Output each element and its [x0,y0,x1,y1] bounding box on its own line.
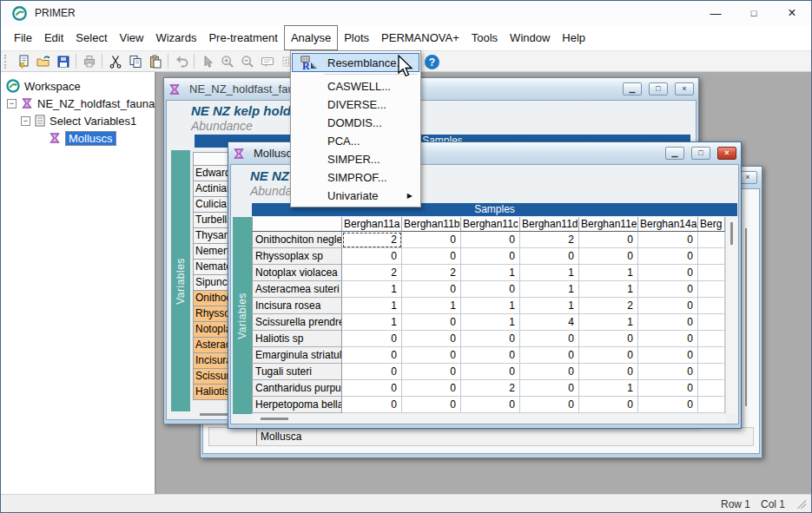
cell[interactable]: 1 [520,298,579,314]
cell[interactable]: 0 [342,364,402,380]
pointer-button[interactable] [197,52,217,71]
cell[interactable]: 1 [520,265,579,281]
menubar-item-plots[interactable]: Plots [338,25,375,50]
cell[interactable]: 1 [342,281,402,298]
cell[interactable]: 2 [342,265,402,281]
cell[interactable]: 0 [638,232,698,248]
menubar-item-window[interactable]: Window [504,25,556,50]
minimize-button[interactable]: — [696,1,735,25]
cell[interactable]: 1 [579,380,638,397]
toolbar-grip[interactable] [4,55,10,69]
bg-row-label[interactable]: Asteracm [193,338,231,353]
cell[interactable]: 0 [579,347,638,364]
cell[interactable]: 0 [461,364,520,380]
close-icon[interactable]: × [675,82,694,95]
v-scrollbar-thumb[interactable] [730,222,733,245]
row-label[interactable]: Herpetopoma bella [252,397,342,413]
cell[interactable]: 0 [342,248,402,265]
cell[interactable]: 1 [342,314,402,331]
cell[interactable] [698,298,725,314]
cell[interactable]: 0 [579,232,638,248]
menubar-item-edit[interactable]: Edit [38,25,69,50]
cell[interactable]: 0 [638,397,698,413]
cell[interactable]: 0 [402,347,461,364]
menubar-item-file[interactable]: File [8,25,38,50]
cell[interactable]: 0 [638,298,698,314]
menubar-item-tools[interactable]: Tools [465,25,504,50]
copy-button[interactable] [125,52,145,71]
cell[interactable]: 0 [520,364,579,380]
cell[interactable]: 2 [579,298,638,314]
cell[interactable]: 0 [520,380,579,397]
bg-row-label[interactable]: Sipuncul [193,275,231,291]
tree-node-molluscs[interactable]: Molluscs [1,129,155,147]
cell[interactable] [698,314,725,331]
bg-row-label[interactable]: Rhyssop [193,306,231,322]
cell[interactable]: 0 [638,364,698,380]
cell[interactable] [698,380,725,397]
vertical-scrollbar[interactable] [725,217,737,414]
cell[interactable]: 4 [520,314,579,331]
cell[interactable]: 1 [461,314,520,331]
cell[interactable]: 2 [461,380,520,397]
bg-row-label[interactable]: Actiniari [193,181,231,197]
cell[interactable]: 0 [638,281,698,298]
minimize-icon[interactable]: ▁ [665,147,684,160]
cell[interactable]: 0 [461,397,520,413]
cell[interactable]: 0 [402,397,461,413]
undo-button[interactable] [171,52,191,71]
scrollbar[interactable] [745,228,747,406]
cell[interactable]: 0 [520,347,579,364]
menu-item-univariate[interactable]: Univariate▶ [291,187,420,205]
restore-icon[interactable]: □ [691,147,710,160]
cell[interactable]: 0 [579,248,638,265]
cell[interactable] [698,281,725,298]
cell[interactable]: 0 [342,347,402,364]
cell[interactable] [698,265,725,281]
tree-node-select-variables1[interactable]: − Select Variables1 [1,112,155,129]
tree-node-ne-nz-holdfast-fauna[interactable]: − NE_NZ_holdfast_fauna [1,95,155,112]
row-label[interactable]: Rhyssoplax sp [252,248,342,265]
zoom-out-button[interactable] [237,52,257,71]
cell[interactable]: 0 [579,397,638,413]
menu-item-pca[interactable]: PCA... [291,132,420,150]
cell[interactable]: 0 [638,380,698,397]
column-header-berghan11a[interactable]: Berghan11a [342,217,402,232]
close-icon[interactable]: × [717,147,736,160]
close-button[interactable]: × [773,1,811,25]
column-header-berghan11c[interactable]: Berghan11c [461,217,520,232]
cell[interactable] [698,331,725,347]
maximize-button[interactable]: □ [735,1,773,25]
column-header-berghan14a[interactable]: Berghan14a [638,217,698,232]
cell[interactable]: 0 [638,347,698,364]
minimize-icon[interactable]: ▁ [623,82,642,95]
row-label[interactable]: Cantharidus purpur [252,380,342,397]
cell[interactable] [698,347,725,364]
resize-grip-icon[interactable] [797,500,806,509]
menubar-item-analyse[interactable]: Analyse [284,25,338,50]
cell[interactable]: 0 [520,331,579,347]
bg-row-label[interactable]: Nemerte [193,244,231,260]
bg-row-label[interactable]: Onithoch [193,291,231,306]
cell[interactable]: 1 [579,314,638,331]
bg-row-label[interactable]: Notopla [193,322,231,338]
cell[interactable]: 0 [461,347,520,364]
cell[interactable] [698,397,725,413]
bg-row-label[interactable]: Turbellar [193,213,231,228]
bg-row-label[interactable]: Nematod [193,260,231,275]
column-header-berghan11b[interactable]: Berghan11b [402,217,461,232]
print-button[interactable] [79,52,99,71]
cell[interactable] [698,232,725,248]
cut-button[interactable] [105,52,125,71]
menu-item-domdis[interactable]: DOMDIS... [291,114,420,132]
cell[interactable]: 0 [402,331,461,347]
bg-row-label[interactable]: Edwards [193,166,231,181]
cell[interactable]: 0 [461,331,520,347]
cell[interactable]: 1 [579,281,638,298]
cell[interactable]: 0 [638,331,698,347]
cell[interactable]: 1 [461,298,520,314]
bg-row-label[interactable]: Incisura [193,353,231,369]
bg-row-label[interactable]: Culicia ru [193,197,231,213]
restore-icon[interactable]: □ [649,82,668,95]
menubar-item-permanova[interactable]: PERMANOVA+ [375,25,465,50]
